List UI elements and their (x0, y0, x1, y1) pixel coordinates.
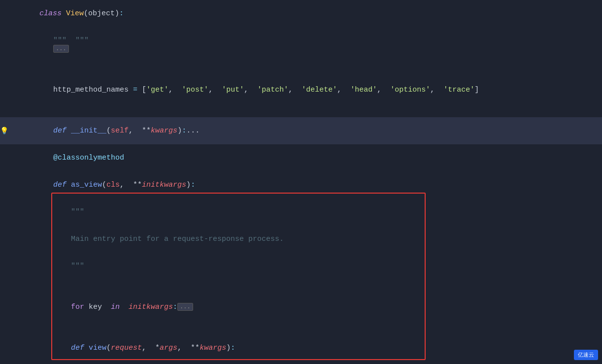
line-content-12 (9, 283, 602, 291)
line-content-7: @classonlymethod (9, 145, 602, 170)
code-line-2: """ """ ... (0, 27, 602, 63)
code-line-7: @classonlymethod (0, 144, 602, 171)
code-line-11: """ (0, 253, 602, 280)
line-content-9: """ (9, 199, 602, 225)
line-content-10: Main entry point for a request-response … (9, 227, 602, 252)
line-content-6: def __init__(self, **kwargs):... (9, 118, 602, 143)
line-content-1: class View(object): (9, 1, 602, 26)
collapsed-block[interactable]: ... (53, 45, 69, 53)
code-line-15: def view(request, *args, **kwargs): (0, 334, 602, 362)
line-content-4: http_method_names = ['get', 'post', 'put… (9, 77, 602, 102)
line-content-11: """ (9, 254, 602, 279)
code-line-4: http_method_names = ['get', 'post', 'put… (0, 76, 602, 103)
code-line-8: def as_view(cls, **initkwargs): (0, 171, 602, 199)
line-content-14 (9, 324, 602, 332)
line-content-13: for key in initkwargs:... (9, 295, 602, 320)
line-content-15: def view(request, *args, **kwargs): (9, 335, 602, 361)
bulb-icon: 💡 (0, 127, 8, 135)
for-collapsed[interactable]: ... (177, 303, 193, 311)
line-content-8: def as_view(cls, **initkwargs): (9, 172, 602, 198)
line-content-2: """ """ ... (9, 28, 602, 62)
code-editor: class View(object): """ """ ... http_met… (0, 0, 602, 364)
line-content-3 (9, 66, 602, 74)
code-line-9: """ (0, 199, 602, 226)
class-name: View (66, 9, 84, 18)
watermark: 亿速云 (574, 350, 598, 360)
keyword-class: class (39, 9, 66, 18)
code-line-16: self = cls(**initkwargs) (0, 362, 602, 364)
code-line-14 (0, 321, 602, 334)
line-content-5 (9, 106, 602, 115)
code-line-13: for key in initkwargs:... (0, 294, 602, 321)
code-line-3 (0, 63, 602, 76)
code-line-1: class View(object): (0, 0, 602, 27)
code-line-5 (0, 103, 602, 117)
code-line-12 (0, 280, 602, 294)
code-line-6: 💡 def __init__(self, **kwargs):... (0, 117, 602, 144)
code-line-10: Main entry point for a request-response … (0, 226, 602, 253)
watermark-text: 亿速云 (578, 352, 594, 358)
